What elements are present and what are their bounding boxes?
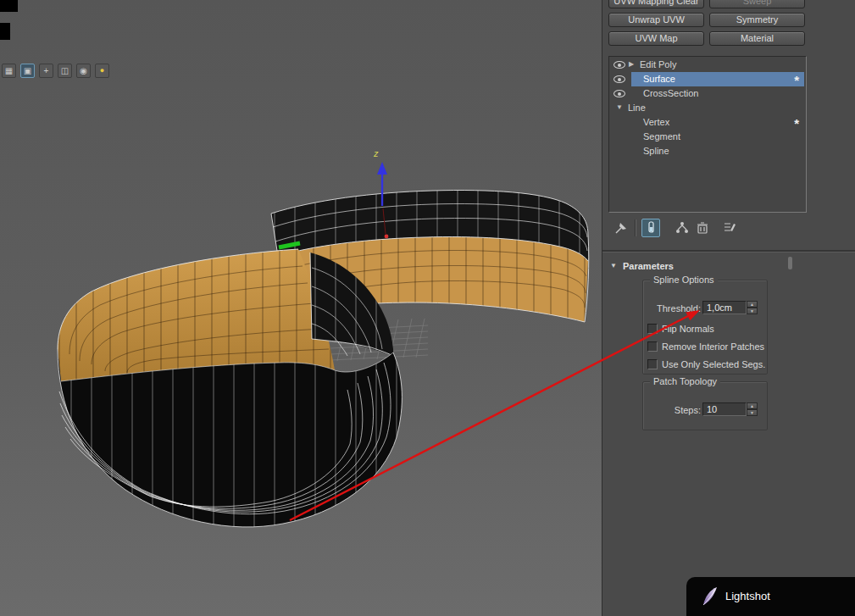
stack-item-label: Line <box>628 103 646 113</box>
stack-item-label: Edit Poly <box>640 59 676 69</box>
patch-topology-group: Patch Topology Steps: 10 ▲ ▼ <box>642 381 768 430</box>
feather-icon <box>701 585 719 608</box>
rollout-scrollbar[interactable] <box>788 257 792 269</box>
lightshot-overlay[interactable]: Lightshot <box>686 577 855 616</box>
configure-modifier-sets-icon[interactable] <box>721 219 738 236</box>
chevron-down-icon[interactable]: ▼ <box>616 103 623 111</box>
show-end-result-icon[interactable] <box>641 219 660 237</box>
remove-interior-patches-checkbox[interactable] <box>647 341 658 352</box>
stack-item-crosssection[interactable]: CrossSection <box>609 86 806 101</box>
stack-item-vertex[interactable]: Vertex * <box>609 115 806 130</box>
screen-corner-artifact <box>0 23 10 40</box>
visibility-eye-icon[interactable] <box>613 61 625 69</box>
lower-band-mesh <box>58 249 402 527</box>
panel-divider <box>602 250 855 252</box>
checkbox-label: Flip Normals <box>662 324 714 334</box>
lightshot-label: Lightshot <box>725 577 770 616</box>
chevron-right-icon[interactable]: ▶ <box>629 60 634 68</box>
stack-item-label: Spline <box>643 146 669 156</box>
stack-item-surface[interactable]: Surface * <box>609 72 806 86</box>
z-axis-label: z <box>374 148 379 158</box>
stack-item-spline[interactable]: Spline <box>609 144 806 158</box>
symmetry-button[interactable]: Symmetry <box>709 13 805 27</box>
move-icon[interactable]: + <box>39 64 53 78</box>
stack-toolbar <box>602 217 855 242</box>
material-button[interactable]: Material <box>709 31 805 46</box>
spinner-up-icon[interactable]: ▲ <box>747 402 758 409</box>
visibility-eye-icon[interactable] <box>613 75 625 83</box>
visibility-eye-icon[interactable] <box>613 90 625 97</box>
3d-viewport[interactable]: z ▦ ▣ + ◫ ◉ ● <box>0 0 602 616</box>
rollout-title: Parameters <box>623 258 674 275</box>
stack-item-label: Surface <box>643 74 675 84</box>
stack-item-edit-poly[interactable]: ▶ Edit Poly <box>609 58 806 72</box>
stack-item-line[interactable]: ▼ Line <box>609 101 806 115</box>
stack-item-segment[interactable]: Segment <box>609 130 806 144</box>
make-unique-icon[interactable] <box>674 219 691 236</box>
checkbox-label: Remove Interior Patches <box>662 341 764 352</box>
light-icon[interactable]: ● <box>95 64 109 78</box>
spinner-down-icon[interactable]: ▼ <box>747 409 758 416</box>
uvw-mapping-clear-button[interactable]: UVW Mapping Clear <box>608 0 704 8</box>
group-legend: Spline Options <box>650 275 718 285</box>
uvw-map-button[interactable]: UVW Map <box>608 31 704 46</box>
parameters-rollout-header[interactable]: ▼ Parameters <box>602 258 855 275</box>
chevron-down-icon: ▼ <box>610 258 617 275</box>
command-panel: UVW Mapping Clear Sweep Unwrap UVW Symme… <box>602 0 855 616</box>
layers-icon[interactable]: ▦ <box>2 64 16 78</box>
remove-modifier-icon[interactable] <box>694 219 711 236</box>
stack-item-label: Vertex <box>643 117 669 127</box>
spinner-up-icon[interactable]: ▲ <box>747 301 758 308</box>
modifier-badge-icon: * <box>794 73 799 87</box>
steps-label: Steps: <box>650 405 701 415</box>
pin-stack-icon[interactable] <box>613 219 630 236</box>
threshold-input[interactable]: 1,0cm <box>702 301 747 314</box>
threshold-label: Threshold: <box>650 303 701 314</box>
viewport-mini-toolbar: ▦ ▣ + ◫ ◉ ● <box>2 64 109 78</box>
modifier-badge-icon: * <box>794 116 799 130</box>
group-legend: Patch Topology <box>650 376 720 386</box>
unwrap-uvw-button[interactable]: Unwrap UVW <box>608 13 704 27</box>
toolbar-divider <box>635 219 636 236</box>
model-render <box>0 0 602 616</box>
steps-spinner[interactable]: ▲ ▼ <box>747 402 758 416</box>
flip-normals-checkbox[interactable] <box>647 324 658 334</box>
use-only-selected-segs-checkbox[interactable] <box>647 359 658 369</box>
screen-corner-artifact <box>0 0 18 12</box>
checkbox-label: Use Only Selected Segs. <box>662 359 765 369</box>
modifier-stack: ▶ Edit Poly Surface * CrossSection ▼ Lin… <box>608 56 807 213</box>
region-icon[interactable]: ◫ <box>58 64 72 78</box>
steps-input[interactable]: 10 <box>702 402 747 416</box>
select-object-icon[interactable]: ▣ <box>20 64 35 78</box>
stack-item-label: CrossSection <box>643 88 698 98</box>
sweep-button: Sweep <box>709 0 805 8</box>
stack-item-label: Segment <box>643 131 680 142</box>
spline-options-group: Spline Options Threshold: 1,0cm ▲ ▼ Flip… <box>642 280 768 375</box>
threshold-spinner[interactable]: ▲ ▼ <box>747 301 758 314</box>
spinner-down-icon[interactable]: ▼ <box>747 308 758 314</box>
application-window: z ▦ ▣ + ◫ ◉ ● UVW Mapping Clear Sweep Un… <box>0 0 855 616</box>
eye-icon[interactable]: ◉ <box>76 64 91 78</box>
